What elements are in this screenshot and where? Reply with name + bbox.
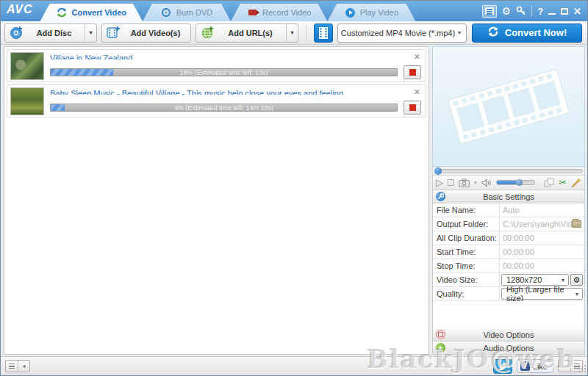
record-video-icon <box>247 7 258 18</box>
output-folder-value[interactable]: C:\Users\yangh\Videos... <box>500 220 572 228</box>
tab-label: Convert Video <box>72 8 126 17</box>
convert-now-label: Convert Now! <box>505 27 567 38</box>
audio-options-label: Audio Options <box>433 344 584 352</box>
file-name-value[interactable]: Auto <box>500 206 584 214</box>
stop-conversion-button[interactable] <box>404 65 421 79</box>
add-disc-button[interactable]: Add Disc ▾ <box>4 24 97 43</box>
register-key-icon[interactable] <box>516 6 526 16</box>
status-bar: ◂ f Like ▸ <box>1 356 587 375</box>
video-title-link[interactable]: Baby Sleep Music - Beautiful Village - T… <box>50 89 421 95</box>
start-time-value[interactable]: 00:00:00 <box>500 247 584 256</box>
tab-label: Burn DVD <box>176 8 213 17</box>
stop-time-value[interactable]: 00:00:00 <box>500 261 584 270</box>
close-button[interactable]: ✕ <box>573 6 581 17</box>
toolbar-separator <box>306 24 306 42</box>
chevron-down-icon: ▾ <box>576 291 582 297</box>
setting-row-stop-time: Stop Time: 00:00:00 <box>433 259 584 273</box>
video-list-item: Baby Sleep Music - Beautiful Village - T… <box>7 84 426 118</box>
toggle-panel-icon[interactable] <box>482 5 497 18</box>
convert-now-button[interactable]: Convert Now! <box>472 24 582 43</box>
volume-icon[interactable] <box>481 178 492 187</box>
tab-record-video[interactable]: Record Video <box>231 4 327 21</box>
quality-select[interactable]: High (Larger file size) ▾ <box>501 288 583 300</box>
settings-spacer <box>432 301 585 328</box>
volume-fill <box>497 181 517 184</box>
snapshot-camera-icon[interactable] <box>459 178 470 187</box>
basic-settings-header[interactable]: Basic Settings <box>432 190 585 203</box>
app-logo: AVC <box>1 3 40 20</box>
add-videos-button[interactable]: Add Video(s) <box>101 24 191 43</box>
help-button[interactable]: ? <box>537 6 543 17</box>
list-view-toggle-group: ◂ <box>5 360 30 372</box>
twitter-button[interactable] <box>493 359 512 374</box>
app-window: AVC Convert Video Burn DVD Record Video … <box>0 0 588 376</box>
tab-convert-video[interactable]: Convert Video <box>40 4 143 21</box>
progress-bar: 4% (Estimated time left: 14m 16s) <box>50 104 398 112</box>
clip-duration-value: 00:00:00 <box>500 234 584 242</box>
refresh-icon <box>487 26 499 40</box>
add-urls-dropdown[interactable]: ▾ <box>286 24 298 42</box>
video-size-gear-button[interactable]: ⚙ <box>570 274 583 286</box>
stop-icon <box>409 104 416 111</box>
preview-area <box>432 46 585 167</box>
add-disc-label: Add Disc <box>24 29 85 37</box>
add-disc-dropdown[interactable]: ▾ <box>85 24 96 42</box>
setting-row-output-folder: Output Folder: C:\Users\yangh\Videos... <box>433 217 584 231</box>
output-profile-value: Customized MP4 Movie (*.mp4) <box>338 29 458 37</box>
titlebar-controls: ⚙ ? ✕ <box>482 5 587 18</box>
volume-thumb[interactable] <box>516 179 523 186</box>
video-options-header[interactable]: Video Options <box>432 328 585 341</box>
resize-grip[interactable] <box>578 366 586 374</box>
minimize-button[interactable] <box>548 7 556 15</box>
tab-strip: Convert Video Burn DVD Record Video Play… <box>40 4 416 21</box>
add-urls-button[interactable]: Add URL(s) ▾ <box>196 24 298 43</box>
like-label: Like <box>533 362 548 371</box>
progress-text: 18% (Estimated time left: 13s) <box>51 69 397 76</box>
add-disc-icon <box>10 26 24 40</box>
play-button[interactable]: ▷ <box>436 177 443 188</box>
setting-row-clip-duration: All Clip Duration: 00:00:00 <box>433 231 584 245</box>
stop-conversion-button[interactable] <box>404 101 421 115</box>
clip-scissors-icon[interactable]: ✂ <box>559 177 567 188</box>
video-options-label: Video Options <box>433 330 584 339</box>
titlebar-separator <box>531 6 532 16</box>
progress-text: 4% (Estimated time left: 14m 16s) <box>51 104 397 111</box>
browse-folder-icon[interactable] <box>572 220 581 228</box>
player-controls: ▷ ▾ ✂ <box>432 176 585 190</box>
list-view-icon[interactable] <box>6 361 18 372</box>
remove-item-icon[interactable]: ✕ <box>414 88 420 96</box>
gear-icon: ⚙ <box>573 275 581 285</box>
copy-pages-icon[interactable] <box>544 178 554 187</box>
setting-row-quality: Quality: High (Larger file size) ▾ <box>433 287 584 301</box>
video-options-icon <box>436 330 445 339</box>
stop-playback-button[interactable] <box>448 179 454 186</box>
expand-right-icon[interactable]: ▸ <box>559 361 570 372</box>
add-videos-label: Add Video(s) <box>121 29 190 37</box>
effects-wand-icon[interactable] <box>571 178 581 188</box>
setting-row-file-name: File Name: Auto <box>433 203 584 217</box>
collapse-left-icon[interactable]: ◂ <box>18 361 29 372</box>
video-title-link[interactable]: Village in New Zealand <box>50 54 421 59</box>
seek-bar[interactable] <box>432 167 585 176</box>
remove-item-icon[interactable]: ✕ <box>414 53 420 61</box>
video-size-select[interactable]: 1280x720 ▾ <box>501 274 569 286</box>
add-urls-icon <box>201 26 215 40</box>
maximize-button[interactable] <box>561 8 568 15</box>
setting-row-start-time: Start Time: 00:00:00 <box>433 245 584 259</box>
audio-options-header[interactable]: Audio Options <box>432 341 585 355</box>
facebook-like-button[interactable]: f Like <box>517 359 553 373</box>
convert-video-icon <box>57 7 68 18</box>
settings-rows: File Name: Auto Output Folder: C:\Users\… <box>432 203 585 301</box>
video-thumbnail <box>10 87 44 115</box>
video-list-item: Village in New Zealand 18% (Estimated ti… <box>7 49 426 82</box>
tab-play-video[interactable]: Play Video <box>327 4 415 21</box>
tab-burn-dvd[interactable]: Burn DVD <box>143 4 231 21</box>
output-profile-select[interactable]: Customized MP4 Movie (*.mp4) ▾ <box>337 24 467 43</box>
snapshot-dropdown-icon[interactable]: ▾ <box>474 180 477 186</box>
seek-thumb[interactable] <box>434 167 442 175</box>
play-video-icon <box>345 7 356 18</box>
toolbar: Add Disc ▾ Add Video(s) Add URL(s) ▾ Cus… <box>1 21 587 45</box>
twitter-bird-icon <box>498 362 508 371</box>
volume-slider[interactable] <box>496 180 536 185</box>
settings-gear-icon[interactable]: ⚙ <box>502 6 512 16</box>
